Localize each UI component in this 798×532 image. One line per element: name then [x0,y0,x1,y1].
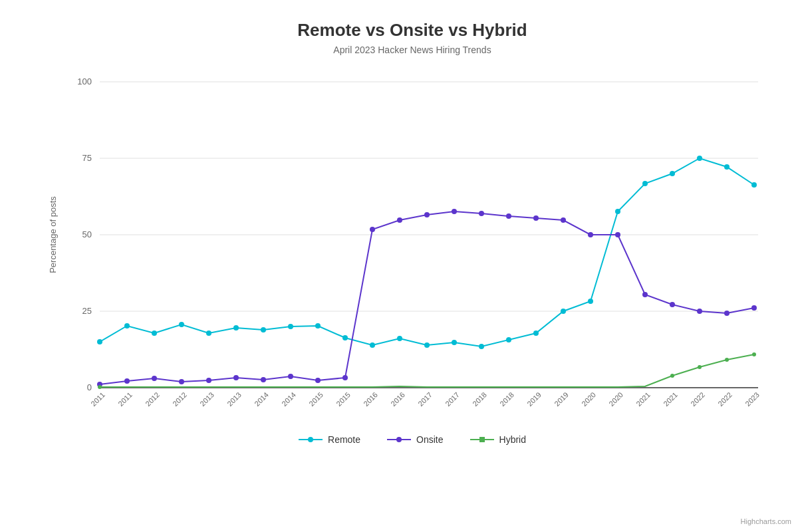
onsite-dot [642,292,648,297]
remote-dot [288,324,293,329]
svg-text:2014: 2014 [280,390,297,408]
chart-container: Remote vs Onsite vs Hybrid April 2023 Ha… [0,0,798,532]
svg-text:2018: 2018 [498,390,515,408]
y-axis-label: Percentage of posts [48,196,58,273]
legend-remote-icon [299,436,323,444]
svg-text:2011: 2011 [116,390,134,408]
onsite-dot [588,232,593,237]
onsite-dot [479,211,484,216]
remote-dot [479,344,484,349]
remote-dot [342,335,348,340]
hybrid-line [100,354,754,387]
onsite-line [100,211,754,384]
svg-text:0: 0 [87,382,92,392]
svg-text:2017: 2017 [416,390,434,408]
svg-text:2020: 2020 [607,390,624,408]
onsite-dot [179,379,184,384]
svg-text:75: 75 [82,153,92,163]
onsite-dot [315,378,321,383]
remote-dot [315,323,321,329]
onsite-dot [233,375,239,380]
remote-dot [697,156,702,161]
remote-dot [424,342,430,348]
remote-dot [615,209,620,214]
chart-subtitle: April 2023 Hacker News Hiring Trends [53,45,771,55]
svg-text:2022: 2022 [689,390,706,408]
onsite-dot [670,302,675,307]
svg-text:2016: 2016 [362,390,379,408]
svg-text:2021: 2021 [634,390,652,408]
svg-text:2018: 2018 [471,390,488,408]
onsite-dot [342,375,348,380]
onsite-dot [124,378,130,384]
onsite-dot [370,227,375,232]
svg-text:2014: 2014 [253,390,270,408]
hybrid-dot [752,352,756,356]
onsite-dot [152,376,157,381]
remote-dot [588,299,593,304]
onsite-dot [452,209,457,214]
remote-dot [233,325,239,331]
svg-text:2015: 2015 [334,390,352,408]
svg-text:2016: 2016 [389,390,406,408]
svg-text:2021: 2021 [662,390,679,408]
svg-text:50: 50 [82,229,92,239]
svg-text:2013: 2013 [198,390,215,408]
svg-text:2012: 2012 [144,390,161,408]
svg-text:2012: 2012 [171,390,188,408]
svg-text:100: 100 [77,76,92,86]
hybrid-dot [670,374,674,378]
hybrid-dot [698,365,702,369]
svg-text:2017: 2017 [444,390,461,408]
onsite-dot [697,309,702,314]
svg-text:2022: 2022 [716,390,733,408]
legend-item-hybrid: Hybrid [470,434,526,445]
legend-onsite-icon [387,436,411,444]
onsite-dot [751,305,757,311]
chart-title: Remote vs Onsite vs Hybrid [53,20,771,41]
onsite-dot [288,374,293,379]
onsite-dot [424,212,430,217]
svg-text:2020: 2020 [580,390,597,408]
legend-hybrid-icon [470,436,494,444]
remote-dot [751,182,757,188]
onsite-dot [397,217,402,223]
svg-text:2015: 2015 [307,390,325,408]
svg-rect-40 [479,437,485,442]
remote-dot [206,331,211,336]
remote-dot [370,342,375,348]
chart-legend: Remote Onsite Hybrid [53,434,771,445]
svg-text:2019: 2019 [525,390,543,408]
legend-item-remote: Remote [299,434,360,445]
svg-text:2011: 2011 [89,390,106,408]
svg-point-36 [308,437,313,442]
onsite-dot [533,215,539,221]
onsite-dot [506,213,511,219]
remote-dot [642,181,648,186]
remote-dot [452,340,457,345]
onsite-dot [261,377,266,382]
remote-dot [670,171,675,176]
remote-dot [397,336,402,341]
svg-text:2019: 2019 [553,390,570,408]
onsite-dot [724,311,730,316]
hybrid-dot [725,358,729,362]
legend-onsite-label: Onsite [416,434,443,445]
onsite-dot [615,232,620,237]
legend-remote-label: Remote [328,434,360,445]
remote-line [100,158,754,346]
remote-dot [179,322,184,327]
onsite-dot [206,378,211,383]
remote-dot [261,327,266,332]
remote-dot [561,309,566,314]
svg-text:2013: 2013 [225,390,243,408]
remote-dot [724,164,730,170]
onsite-dot [561,217,566,223]
remote-dot [533,331,539,336]
svg-text:2023: 2023 [743,390,761,408]
legend-hybrid-label: Hybrid [499,434,526,445]
svg-point-38 [396,437,402,442]
hybrid-dot [98,385,102,389]
remote-dot [97,339,102,344]
chart-credit: Highcharts.com [741,517,791,525]
